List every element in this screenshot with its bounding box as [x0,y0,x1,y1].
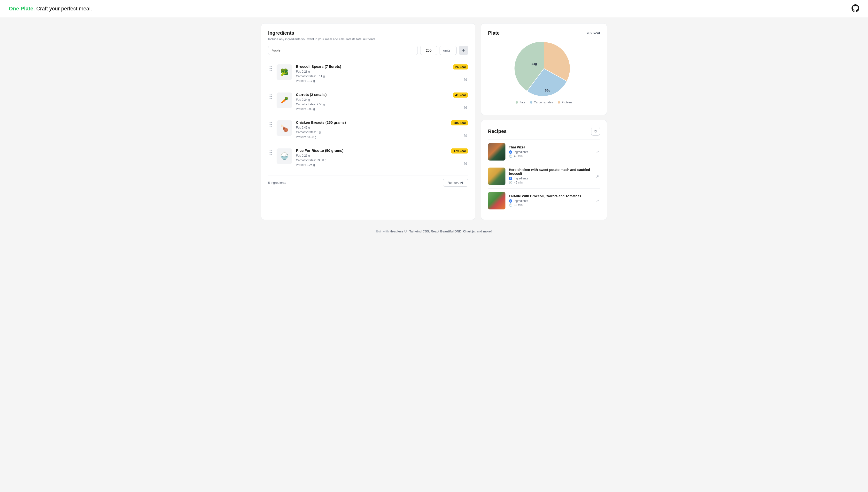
recipe-link-button[interactable]: ↗ [595,173,600,180]
ingredient-right: 26 kcal ⊖ [447,65,468,82]
legend-carbs: Carbohydrates [530,101,553,104]
proteins-dot [558,101,560,104]
ingredient-carbs: Carbohydrates: 9.58 g [296,102,447,107]
recipe-name: Farfalle With Broccoli, Carrots and Toma… [509,194,592,198]
recipe-time: 45 min [514,181,523,184]
remove-ingredient-button[interactable]: ⊖ [463,104,468,110]
ingredient-protein: Protein: 0.93 g [296,107,447,112]
footer-headless-ui-link[interactable]: Headless UI [390,229,408,233]
remove-all-button[interactable]: Remove All [443,179,468,187]
svg-text:34g: 34g [532,62,537,66]
footer-built-with: Built with [376,229,390,233]
footer-dnd-link[interactable]: React Beautiful DND [431,229,461,233]
ingredient-protein: Protein: 2.17 g [296,79,447,83]
ingredient-qty-input[interactable] [420,46,437,55]
ingredient-count: 5 ingredients [268,181,286,184]
ingredient-name: Chicken Breasts (250 grams) [296,120,447,124]
svg-text:55g: 55g [545,89,550,92]
plate-panel: Plate 782 kcal 59g [481,23,607,115]
panel-subtitle: Include any ingredients you want in your… [268,37,468,41]
ingredient-carbs: Carbohydrates: 5.11 g [296,74,447,79]
ingredient-item: 🥕 Carrots (2 smalls) Fat: 0.24 g Carbohy… [268,88,468,116]
drag-handle[interactable] [268,65,274,72]
kcal-badge: 179 kcal [451,148,468,153]
add-ingredient-button[interactable]: + [459,46,468,55]
clock-icon: 🕐 [509,181,512,184]
info-icon: i [509,177,512,180]
plate-title: Plate [488,30,500,36]
recipe-time-meta: 🕐 45 min [509,154,592,158]
footer-tailwind-link[interactable]: Tailwind CSS [409,229,429,233]
ingredient-item: 🍗 Chicken Breasts (250 grams) Fat: 6.47 … [268,116,468,144]
ingredient-name: Broccoli Spears (7 florets) [296,65,447,69]
drag-handle[interactable] [268,149,274,156]
remove-ingredient-button[interactable]: ⊖ [463,160,468,166]
main-layout: Ingredients Include any ingredients you … [252,18,616,226]
right-column: Plate 782 kcal 59g [481,23,607,220]
ingredient-name: Carrots (2 smalls) [296,93,447,97]
recipe-name: Thai Pizza [509,145,592,149]
ingredients-panel: Ingredients Include any ingredients you … [261,23,475,220]
recipe-ingredients-meta: i Ingredients [509,150,592,154]
ingredient-fat: Fat: 6.47 g [296,125,447,130]
ingredient-details: Broccoli Spears (7 florets) Fat: 0.28 g … [296,65,447,83]
recipe-link-button[interactable]: ↗ [595,149,600,155]
pie-chart-container: 59g 55g 34g Fats [488,41,600,104]
recipe-ingredients-label: Ingredients [514,199,528,203]
top-bar: One Plate. Craft your perfect meal. [0,0,868,18]
ingredient-details: Chicken Breasts (250 grams) Fat: 6.47 g … [296,120,447,140]
ingredient-details: Carrots (2 smalls) Fat: 0.24 g Carbohydr… [296,93,447,112]
recipe-ingredients-meta: i Ingredients [509,199,592,203]
recipe-item: Herb chicken with sweet potato mash and … [488,164,600,188]
carbs-dot [530,101,532,104]
recipe-ingredients-meta: i Ingredients [509,177,592,180]
ingredient-list: 🥦 Broccoli Spears (7 florets) Fat: 0.28 … [268,60,468,172]
ingredient-units-input[interactable] [439,46,457,55]
ingredient-fat: Fat: 0.24 g [296,98,447,102]
kcal-badge: 26 kcal [453,65,468,70]
refresh-recipes-button[interactable]: ↻ [591,127,600,136]
remove-ingredient-button[interactable]: ⊖ [463,132,468,138]
ingredient-name-input[interactable] [268,46,418,55]
footer-chartjs-link[interactable]: Chart.js [463,229,475,233]
recipe-name: Herb chicken with sweet potato mash and … [509,168,592,175]
panel-footer: 5 ingredients Remove All [268,175,468,187]
drag-handle[interactable] [268,121,274,128]
recipe-time: 45 min [514,154,523,158]
recipes-header: Recipes ↻ [488,127,600,136]
footer: Built with Headless UI, Tailwind CSS, Re… [0,226,868,237]
logo: One Plate. Craft your perfect meal. [9,5,92,12]
ingredient-protein: Protein: 3.25 g [296,163,447,167]
plate-header: Plate 782 kcal [488,30,600,36]
ingredient-image: 🍚 [276,148,292,164]
recipe-image [488,168,505,185]
ingredient-name: Rice For Risotto (50 grams) [296,148,447,152]
recipe-item: Farfalle With Broccoli, Carrots and Toma… [488,188,600,213]
total-kcal: 782 kcal [586,31,600,35]
remove-ingredient-button[interactable]: ⊖ [463,76,468,82]
drag-handle[interactable] [268,94,274,100]
legend-fats: Fats [515,101,525,104]
ingredient-carbs: Carbohydrates: 39.58 g [296,158,447,163]
footer-more-link[interactable]: and more! [477,229,492,233]
logo-tagline: Craft your perfect meal. [36,5,92,11]
recipe-time-meta: 🕐 45 min [509,181,592,184]
recipe-image [488,192,505,210]
ingredient-fat: Fat: 0.26 g [296,153,447,158]
pie-legend: Fats Carbohydrates Proteins [515,101,572,104]
recipe-details: Herb chicken with sweet potato mash and … [509,168,592,185]
recipe-link-button[interactable]: ↗ [595,198,600,204]
recipe-details: Thai Pizza i Ingredients 🕐 45 min [509,145,592,158]
github-icon[interactable] [851,4,859,13]
info-icon: i [509,150,512,154]
recipe-time: 30 min [514,203,523,207]
ingredient-right: 179 kcal ⊖ [447,148,468,166]
ingredient-right: 41 kcal ⊖ [447,93,468,110]
clock-icon: 🕐 [509,154,512,158]
recipe-details: Farfalle With Broccoli, Carrots and Toma… [509,194,592,207]
kcal-badge: 285 kcal [451,120,468,125]
recipes-panel: Recipes ↻ Thai Pizza i Ingredients 🕐 45 … [481,120,607,220]
ingredient-protein: Protein: 53.08 g [296,135,447,140]
ingredient-right: 285 kcal ⊖ [447,120,468,138]
recipe-time-meta: 🕐 30 min [509,203,592,207]
